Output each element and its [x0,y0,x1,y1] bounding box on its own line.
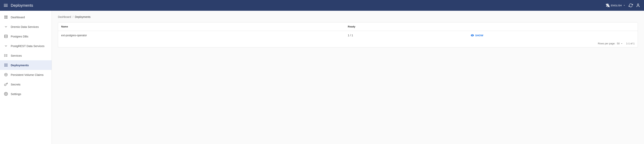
rows-per-page-value: 50 [617,42,620,45]
show-button[interactable]: SHOW [471,34,634,37]
sidebar-item-secrets[interactable]: Secrets [0,79,52,89]
app-title: Deployments [11,3,33,8]
settings-icon [4,92,8,96]
svg-rect-19 [7,65,7,65]
user-icon[interactable] [636,3,640,8]
svg-rect-4 [6,18,8,19]
svg-rect-17 [4,65,5,65]
chevron-down-icon [623,4,626,7]
postgres-icon [4,34,8,38]
svg-rect-20 [4,66,5,66]
rows-per-page: Rows per page: 50 [598,42,623,45]
sidebar-item-dremio-data-services[interactable]: Dremio Data Services [0,22,52,32]
show-label: SHOW [475,34,483,37]
rows-per-page-label: Rows per page: [598,42,615,45]
header-left: Deployments [4,3,33,8]
table-row: ext-postgres-operator 1 / 1 SHOW [58,31,638,40]
column-header-name: Name [58,23,345,31]
main-content: Dashboard / Deployments Name Ready ext-p… [52,11,644,144]
sidebar-item-postgres-dbs[interactable]: Postgres DBs [0,32,52,41]
sidebar-label-pvc: Persistent Volume Claims [11,73,44,76]
sidebar-item-services[interactable]: Services [0,51,52,60]
menu-icon[interactable] [4,4,8,7]
translate-icon [606,4,610,7]
sidebar-label-postgrest: PostgREST Data Services [11,44,44,48]
breadcrumb-parent[interactable]: Dashboard [58,15,71,19]
svg-rect-16 [7,64,7,64]
svg-point-25 [6,93,6,94]
header-right: ENGLISH [606,3,640,8]
pagination-range: 1-1 of 1 [626,42,634,45]
pvc-icon [4,73,8,77]
secrets-icon [4,82,8,86]
sidebar-item-pvc[interactable]: Persistent Volume Claims [0,70,52,79]
language-label: ENGLISH [611,4,622,7]
deployments-table: Name Ready ext-postgres-operator 1 / 1 [58,23,638,40]
language-selector[interactable]: ENGLISH [606,4,626,7]
sidebar-item-dashboard[interactable]: Dashboard [0,12,52,22]
sidebar-item-postgrest-data-services[interactable]: PostgREST Data Services [0,41,52,51]
cell-ready: 1 / 1 [345,31,468,40]
svg-rect-2 [6,16,8,17]
sidebar-label-secrets: Secrets [11,83,20,86]
sidebar-label-deployments: Deployments [11,64,29,67]
sidebar-label-services: Services [11,54,22,57]
postgrest-icon [4,44,8,48]
svg-rect-1 [4,16,6,17]
cell-name: ext-postgres-operator [58,31,345,40]
sidebar-label-settings: Settings [11,92,21,96]
breadcrumb-separator: / [73,15,74,19]
sidebar-label-dashboard: Dashboard [11,16,25,19]
column-header-ready: Ready [345,23,468,31]
dremio-icon [4,25,8,29]
svg-rect-15 [6,64,6,64]
svg-rect-22 [7,66,7,66]
svg-rect-14 [4,64,5,64]
cell-actions: SHOW [468,31,638,40]
table-header-row: Name Ready [58,23,638,31]
svg-point-23 [4,73,8,76]
dashboard-icon [4,15,8,19]
sidebar-label-dremio: Dremio Data Services [11,25,39,28]
svg-point-24 [6,74,6,75]
svg-point-11 [4,54,5,55]
breadcrumb: Dashboard / Deployments [58,15,638,19]
svg-rect-5 [4,35,8,38]
sidebar-label-postgres: Postgres DBs [11,35,28,38]
breadcrumb-current: Deployments [75,15,90,19]
main-layout: Dashboard Dremio Data Services Postgres … [0,11,644,144]
app-header: Deployments ENGLISH [0,0,644,11]
deployments-icon [4,63,8,67]
services-icon [4,53,8,58]
chevron-down-icon [620,42,623,45]
svg-point-12 [4,55,5,56]
svg-point-0 [637,4,639,5]
svg-rect-3 [4,18,6,19]
rows-per-page-select[interactable]: 50 [617,42,623,45]
deployments-table-container: Name Ready ext-postgres-operator 1 / 1 [58,22,638,47]
svg-point-13 [4,56,5,57]
refresh-icon[interactable] [629,3,633,8]
eye-icon [471,34,474,37]
sidebar-item-deployments[interactable]: Deployments [0,60,52,70]
sidebar: Dashboard Dremio Data Services Postgres … [0,11,52,144]
column-header-actions [468,23,638,31]
pagination: Rows per page: 50 1-1 of 1 [58,40,638,47]
svg-rect-21 [6,66,6,66]
sidebar-item-settings[interactable]: Settings [0,89,52,99]
svg-rect-18 [6,65,6,65]
